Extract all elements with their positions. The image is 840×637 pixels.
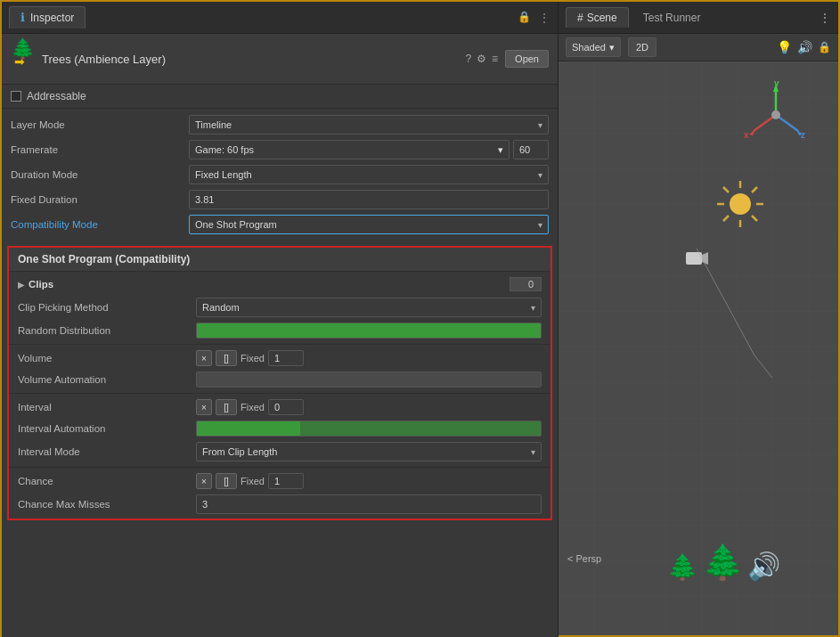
chance-max-label: Chance Max Misses — [18, 499, 196, 510]
interval-mode-dropdown[interactable]: From Clip Length ▾ — [196, 442, 542, 461]
scene-toolbar: Shaded ▾ 2D 💡 🔊 🔒 — [559, 34, 838, 61]
object-tree-icon: 🌲➡ — [11, 39, 35, 78]
persp-label: < Persp — [567, 553, 601, 564]
random-dist-value — [196, 323, 542, 339]
inspector-tab[interactable]: ℹ Inspector — [9, 6, 86, 29]
duration-mode-dropdown[interactable]: Fixed Length ▾ — [189, 165, 549, 184]
chance-label: Chance — [18, 476, 196, 486]
2d-btn[interactable]: 2D — [628, 37, 657, 57]
interval-x-btn[interactable]: × — [196, 399, 212, 415]
framerate-row: Framerate Game: 60 fps ▾ — [2, 137, 558, 162]
addressable-label: Addressable — [27, 90, 86, 102]
clips-label: Clips — [29, 279, 510, 290]
chance-x-btn[interactable]: × — [196, 473, 212, 489]
fixed-duration-label: Fixed Duration — [11, 194, 189, 205]
test-runner-tab[interactable]: Test Runner — [632, 8, 712, 28]
addressable-checkbox[interactable] — [11, 91, 21, 102]
compat-mode-value: One Shot Program ▾ — [189, 215, 549, 234]
menu-tab-icon[interactable]: ⋮ — [538, 11, 550, 25]
svg-text:y: y — [774, 79, 779, 88]
compat-section: One Shot Program (Compatibility) ▶ Clips… — [7, 246, 552, 520]
volume-auto-row: Volume Automation — [9, 369, 550, 390]
volume-auto-label: Volume Automation — [18, 374, 196, 385]
volume-input[interactable] — [268, 350, 304, 366]
layer-mode-dropdown[interactable]: Timeline ▾ — [189, 115, 549, 135]
framerate-dropdown-arrow: ▾ — [498, 144, 503, 156]
small-tree-icon: 🌲 — [667, 552, 698, 582]
sub-menu-icon[interactable]: ≡ — [492, 53, 498, 65]
inspector-panel: ℹ Inspector 🔒 ⋮ 🌲➡ Trees (Ambience Layer… — [2, 2, 559, 637]
framerate-label: Framerate — [11, 144, 189, 155]
scene-menu-icon[interactable]: ⋮ — [819, 11, 831, 25]
volume-label: Volume — [18, 353, 196, 363]
tab-bar-icons: 🔒 ⋮ — [518, 11, 550, 25]
svg-line-17 — [752, 187, 757, 192]
chance-value: × [] Fixed — [196, 473, 542, 489]
volume-ctrl: × [] Fixed — [196, 350, 542, 366]
compat-mode-dropdown[interactable]: One Shot Program ▾ — [189, 215, 549, 234]
interval-auto-bar[interactable] — [196, 421, 542, 437]
random-dist-bar[interactable] — [196, 323, 542, 339]
lock-tab-icon[interactable]: 🔒 — [518, 11, 531, 25]
scene-right-icons: 💡 🔊 🔒 — [777, 40, 831, 54]
interval-mode-value: From Clip Length ▾ — [196, 442, 542, 461]
svg-marker-3 — [749, 128, 756, 135]
chance-max-input[interactable] — [196, 494, 542, 514]
speaker-scene-icon: 🔊 — [747, 551, 780, 582]
svg-text:x: x — [744, 130, 749, 140]
addressable-row: Addressable — [2, 85, 558, 109]
scene-lock-icon[interactable]: 🔒 — [818, 41, 831, 53]
interval-mode-arrow: ▾ — [531, 447, 535, 457]
chance-bracket-btn[interactable]: [] — [216, 473, 237, 489]
scene-audio-icon[interactable]: 🔊 — [797, 40, 812, 54]
clip-picking-dropdown[interactable]: Random ▾ — [196, 298, 542, 317]
shaded-dropdown[interactable]: Shaded ▾ — [566, 37, 621, 57]
svg-line-18 — [723, 216, 729, 221]
scene-panel: # Scene Test Runner ⋮ Shaded ▾ 2D 💡 🔊 🔒 — [559, 2, 838, 635]
fixed-duration-input[interactable] — [189, 190, 549, 209]
volume-row: Volume × [] Fixed — [9, 347, 550, 369]
scene-viewport: y x z < Persp — [559, 61, 838, 635]
chance-mode-label: Fixed — [241, 476, 265, 486]
interval-input[interactable] — [268, 399, 304, 415]
chance-ctrl: × [] Fixed — [196, 473, 542, 489]
big-tree-icon: 🌲 — [702, 543, 744, 582]
chance-input[interactable] — [268, 473, 304, 489]
chance-max-row: Chance Max Misses — [9, 492, 550, 517]
clips-expand-arrow[interactable]: ▶ — [18, 280, 25, 290]
volume-bracket-btn[interactable]: [] — [216, 350, 237, 366]
framerate-dropdown[interactable]: Game: 60 fps ▾ — [189, 140, 510, 159]
scene-tab[interactable]: # Scene — [566, 7, 629, 28]
shaded-label: Shaded — [572, 42, 606, 53]
interval-auto-value — [196, 421, 542, 437]
duration-mode-arrow: ▾ — [538, 170, 542, 180]
interval-ctrl: × [] Fixed — [196, 399, 542, 415]
clip-picking-label: Clip Picking Method — [18, 302, 196, 313]
inspector-tab-bar: ℹ Inspector 🔒 ⋮ — [2, 2, 558, 34]
svg-line-16 — [752, 216, 757, 221]
layer-mode-label: Layer Mode — [11, 119, 189, 130]
compat-mode-label: Compatibility Mode — [11, 219, 189, 230]
duration-mode-label: Duration Mode — [11, 169, 189, 180]
duration-mode-row: Duration Mode Fixed Length ▾ — [2, 162, 558, 187]
framerate-num-input[interactable] — [513, 140, 549, 159]
sun-icon — [714, 177, 767, 241]
volume-auto-bar[interactable] — [196, 372, 542, 388]
scene-tab-bar: # Scene Test Runner ⋮ — [559, 2, 838, 34]
layer-mode-row: Layer Mode Timeline ▾ — [2, 112, 558, 137]
volume-mode-label: Fixed — [241, 353, 265, 363]
interval-bracket-btn[interactable]: [] — [216, 399, 237, 415]
interval-mode-row: Interval Mode From Clip Length ▾ — [9, 439, 550, 464]
svg-text:z: z — [801, 130, 805, 140]
volume-x-btn[interactable]: × — [196, 350, 212, 366]
chance-row: Chance × [] Fixed — [9, 470, 550, 492]
divider-2 — [9, 393, 550, 394]
shaded-arrow: ▾ — [609, 42, 615, 53]
open-button[interactable]: Open — [505, 50, 549, 68]
volume-value: × [] Fixed — [196, 350, 542, 366]
settings-icon[interactable]: ⚙ — [477, 53, 486, 65]
scene-light-icon[interactable]: 💡 — [777, 40, 792, 54]
help-icon[interactable]: ? — [465, 53, 471, 65]
divider-3 — [9, 467, 550, 468]
duration-mode-value: Fixed Length ▾ — [189, 165, 549, 184]
